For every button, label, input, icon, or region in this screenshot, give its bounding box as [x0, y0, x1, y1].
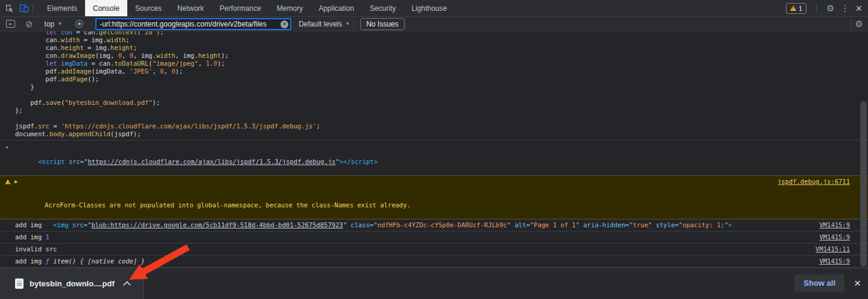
- code-token: "opacity: 1;": [679, 221, 728, 228]
- code-token: height: [110, 44, 133, 51]
- console-filter-input[interactable]: [95, 18, 291, 30]
- code-token: 1.0: [206, 60, 217, 67]
- eval-result-content: <script src="https://cdnjs.cloudflare.co…: [38, 158, 378, 165]
- console-output: let con = can.getContext('2d'); can.widt…: [0, 31, 868, 268]
- code-token: aria-hidden=: [583, 221, 629, 228]
- code-token: height: [198, 52, 221, 59]
- code-line: jspdf.src = 'https://cdnjs.cloudflare.co…: [0, 122, 868, 130]
- code-token: '2d': [141, 31, 156, 36]
- tab-lighthouse[interactable]: Lighthouse: [404, 0, 455, 16]
- code-token: );: [156, 31, 164, 36]
- pdf-file-icon: [15, 279, 24, 289]
- code-token: );: [176, 68, 183, 75]
- code-token: 1: [46, 233, 49, 241]
- eval-result-row: ◂ <script src="https://cdnjs.cloudflare.…: [0, 140, 868, 175]
- log-message: add img ƒ item() { [native code] }: [0, 256, 814, 267]
- clear-filter-icon[interactable]: ✕: [280, 20, 288, 28]
- code-token: };: [15, 107, 23, 114]
- log-levels-dropdown[interactable]: Default levels ▼: [299, 20, 350, 28]
- show-all-button[interactable]: Show all: [794, 274, 844, 292]
- tab-network[interactable]: Network: [169, 0, 212, 16]
- log-row: add img <img src="blob:https://drive.goo…: [0, 219, 868, 231]
- tab-application[interactable]: Application: [311, 0, 362, 16]
- code-token: let: [46, 31, 57, 36]
- tab-performance[interactable]: Performance: [212, 0, 269, 16]
- code-token: );: [153, 99, 160, 106]
- tab-elements[interactable]: Elements: [39, 0, 85, 16]
- code-token: "bytesbin_download.pdf": [65, 99, 152, 106]
- code-token: con.: [15, 52, 61, 59]
- code-token: , img.: [176, 52, 198, 59]
- vertical-scrollbar[interactable]: [860, 101, 867, 266]
- code-line: let con = can.getContext('2d');: [0, 31, 868, 36]
- code-token: 'https://cdnjs.cloudflare.com/ajax/libs/…: [61, 122, 317, 130]
- console-settings-gear-icon[interactable]: ⚙: [855, 19, 863, 28]
- code-line: [0, 91, 868, 99]
- issues-count: 1: [799, 5, 802, 12]
- expand-arrow-icon[interactable]: ▶: [14, 178, 17, 186]
- more-options-icon[interactable]: ⋮: [840, 4, 849, 13]
- code-token: = can.: [72, 31, 99, 36]
- code-token: width: [156, 52, 176, 59]
- code-token: jspdf.: [15, 122, 38, 130]
- log-row: invalid srcVM1415:11: [0, 243, 868, 255]
- code-token: = can.: [87, 60, 114, 67]
- code-token: (imgData,: [91, 68, 129, 75]
- toggle-device-toolbar-icon[interactable]: [19, 4, 29, 13]
- code-token: style=: [656, 221, 679, 228]
- console-toolbar: ▸ ⊘ top ▼ ✕ Default levels ▼ No Issues ⚙: [0, 17, 868, 31]
- downloaded-file-item[interactable]: bytesbin_downlo....pdf: [0, 268, 144, 299]
- code-token: add img: [15, 257, 46, 265]
- warning-triangle-icon: [790, 5, 796, 11]
- code-token: "true": [629, 221, 652, 228]
- chevron-up-icon[interactable]: [123, 281, 131, 289]
- code-token: ;: [125, 36, 129, 43]
- tab-memory[interactable]: Memory: [269, 0, 311, 16]
- divider: [851, 19, 852, 29]
- code-token: con: [61, 31, 72, 36]
- code-token: width: [61, 36, 80, 43]
- live-expression-eye-icon[interactable]: [75, 20, 83, 28]
- code-token: ();: [87, 75, 99, 83]
- code-token: pdf.: [15, 99, 46, 106]
- code-token: src: [38, 122, 49, 130]
- log-row: add img 1VM1415:9: [0, 231, 868, 243]
- code-token: body: [49, 130, 65, 137]
- source-link[interactable]: VM1415:11: [811, 244, 868, 255]
- close-shelf-icon[interactable]: ×: [854, 277, 861, 290]
- code-token: toDataURL: [114, 60, 148, 67]
- code-token: can.: [15, 44, 61, 51]
- code-token: = img.: [80, 36, 106, 43]
- settings-gear-icon[interactable]: ⚙: [826, 4, 834, 13]
- divider: [353, 19, 354, 29]
- code-token: }: [15, 83, 34, 90]
- code-token: addImage: [61, 68, 92, 75]
- tab-sources[interactable]: Sources: [127, 0, 169, 16]
- clear-console-icon[interactable]: ⊘: [25, 19, 33, 30]
- url-link[interactable]: blob:https://drive.google.com/5cb11df9-5…: [91, 221, 343, 228]
- console-sidebar-icon[interactable]: ▸: [6, 20, 15, 28]
- tab-security[interactable]: Security: [362, 0, 404, 16]
- code-line: can.height = img.height;: [0, 44, 868, 52]
- code-token: pdf.: [15, 68, 61, 75]
- code-token: "image/jpeg": [153, 60, 198, 67]
- issues-warning-badge[interactable]: 1: [786, 3, 806, 14]
- log-rows: add img <img src="blob:https://drive.goo…: [0, 219, 868, 268]
- warning-source-link[interactable]: jspdf.debug.js:6711: [773, 176, 868, 219]
- tab-console[interactable]: Console: [85, 0, 127, 16]
- url-link[interactable]: https://cdnjs.cloudflare.com/ajax/libs/j…: [88, 158, 336, 165]
- code-token: [15, 60, 46, 67]
- code-token: <script: [38, 158, 69, 165]
- code-token: appendChild: [69, 130, 111, 137]
- close-devtools-icon[interactable]: ×: [855, 3, 862, 14]
- no-issues-button[interactable]: No Issues: [360, 18, 404, 30]
- code-token: <img: [53, 221, 72, 228]
- log-row: add img ƒ item() { [native code] }VM1415…: [0, 255, 868, 267]
- code-token: ,: [198, 60, 206, 67]
- code-token: add img: [15, 233, 46, 241]
- execution-context-selector[interactable]: top ▼: [45, 20, 63, 28]
- download-filename: bytesbin_downlo....pdf: [30, 279, 115, 288]
- code-token: getContext: [99, 31, 137, 36]
- inspect-element-icon[interactable]: [5, 4, 14, 13]
- code-token: imgData: [61, 60, 87, 67]
